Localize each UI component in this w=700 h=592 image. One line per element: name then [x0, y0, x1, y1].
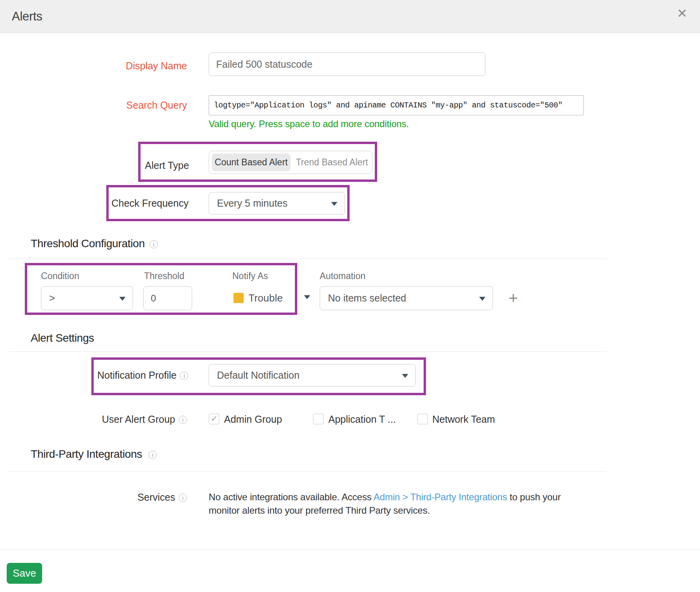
threshold-column-label: Threshold [144, 271, 184, 281]
automation-value: No items selected [328, 287, 475, 310]
add-threshold-row-icon[interactable]: + [509, 290, 518, 306]
condition-value: > [49, 287, 115, 310]
info-icon[interactable] [150, 240, 158, 248]
admin-group-checkbox-label[interactable]: Admin Group [224, 413, 282, 425]
check-frequency-value: Every 5 minutes [217, 192, 327, 214]
services-label-text: Services [137, 492, 175, 503]
check-frequency-label: Check Frequency [111, 197, 189, 209]
search-query-input[interactable] [209, 95, 584, 115]
display-name-label: Display Name [0, 60, 187, 72]
count-based-alert-option[interactable]: Count Based Alert [212, 154, 291, 171]
info-icon[interactable] [179, 416, 187, 424]
network-team-checkbox[interactable] [417, 414, 428, 424]
section-divider [9, 471, 607, 472]
info-icon[interactable] [148, 451, 157, 459]
notify-as-column-label: Notify As [232, 271, 268, 281]
chevron-down-icon [331, 202, 337, 206]
alert-type-toggle: Count Based Alert Trend Based Alert [209, 151, 372, 174]
services-label: Services [0, 491, 187, 503]
alert-settings-heading: Alert Settings [31, 332, 94, 344]
alerts-dialog: Alerts ✕ Display Name Search Query Valid… [0, 0, 700, 592]
third-party-integrations-heading: Third-Party Integrations [31, 448, 157, 461]
dialog-header: Alerts ✕ [0, 0, 700, 33]
alert-type-label: Alert Type [145, 159, 189, 171]
notify-as-chevron-down-icon[interactable] [304, 295, 310, 299]
close-icon[interactable]: ✕ [677, 6, 687, 21]
display-name-input[interactable] [209, 52, 485, 76]
notification-profile-select[interactable]: Default Notification [209, 364, 416, 387]
page-title: Alerts [12, 0, 42, 33]
third-party-integrations-link[interactable]: Admin > Third-Party Integrations [374, 492, 507, 502]
services-description: No active integrations available. Access… [209, 490, 587, 517]
section-divider [9, 259, 607, 259]
save-button[interactable]: Save [7, 563, 42, 584]
admin-group-checkbox[interactable] [209, 414, 219, 424]
threshold-configuration-heading: Threshold Configuration [31, 237, 158, 250]
application-team-checkbox-label[interactable]: Application T ... [328, 413, 396, 425]
application-team-checkbox[interactable] [313, 414, 324, 424]
query-validation-message: Valid query. Press space to add more con… [209, 118, 409, 130]
notify-as-value: Trouble [248, 292, 283, 304]
info-icon[interactable] [179, 494, 187, 502]
automation-column-label: Automation [320, 271, 365, 281]
automation-select[interactable]: No items selected [320, 286, 493, 310]
chevron-down-icon [402, 374, 408, 378]
trend-based-alert-option[interactable]: Trend Based Alert [293, 151, 371, 174]
footer-divider [0, 549, 700, 549]
chevron-down-icon [119, 297, 126, 301]
condition-column-label: Condition [41, 271, 79, 281]
notification-profile-value: Default Notification [217, 364, 398, 386]
threshold-input[interactable] [143, 286, 192, 310]
trouble-color-swatch [233, 293, 244, 303]
threshold-configuration-title: Threshold Configuration [31, 237, 145, 250]
network-team-checkbox-label[interactable]: Network Team [432, 413, 495, 425]
notification-profile-label-text: Notification Profile [97, 370, 176, 381]
condition-select[interactable]: > [41, 286, 133, 310]
third-party-integrations-title: Third-Party Integrations [31, 448, 142, 460]
section-divider [9, 352, 607, 352]
search-query-label: Search Query [0, 99, 187, 111]
chevron-down-icon [479, 297, 485, 301]
info-icon[interactable] [180, 372, 188, 380]
check-frequency-select[interactable]: Every 5 minutes [209, 192, 345, 215]
notification-profile-label: Notification Profile [97, 369, 188, 381]
services-text-before: No active integrations available. Access [209, 492, 374, 502]
user-alert-group-label: User Alert Group [0, 413, 187, 425]
user-alert-group-label-text: User Alert Group [102, 414, 175, 425]
